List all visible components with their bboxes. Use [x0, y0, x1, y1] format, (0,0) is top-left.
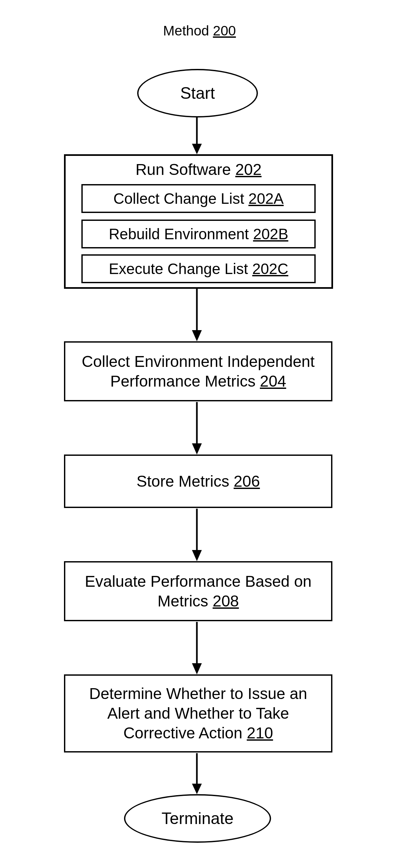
substep-202C-ref: 202C — [252, 261, 288, 276]
svg-marker-7 — [192, 550, 202, 561]
svg-marker-5 — [192, 443, 202, 455]
svg-marker-1 — [192, 144, 202, 154]
step-208-line1: Evaluate Performance Based on — [85, 572, 311, 591]
start-label: Start — [180, 84, 215, 103]
arrow-206-to-208 — [196, 509, 197, 561]
substep-202A: Collect Change List 202A — [81, 184, 316, 213]
step-208: Evaluate Performance Based on Metrics 20… — [64, 561, 332, 621]
svg-marker-9 — [192, 663, 202, 674]
arrow-210-to-terminate — [196, 753, 197, 794]
step-210: Determine Whether to Issue an Alert and … — [64, 674, 332, 752]
step-204-ref: 204 — [260, 372, 286, 390]
substep-202B: Rebuild Environment 202B — [81, 220, 316, 248]
step-210-line1: Determine Whether to Issue an — [89, 684, 307, 704]
flowchart-canvas: Method 200 Start Run Software 202 Collec… — [0, 0, 399, 868]
svg-marker-3 — [192, 330, 202, 341]
step-206: Store Metrics 206 — [64, 455, 332, 508]
substep-202B-label: Rebuild Environment — [109, 226, 249, 242]
step-206-ref: 206 — [234, 472, 260, 490]
terminate-node: Terminate — [124, 794, 271, 843]
substep-202B-ref: 202B — [253, 226, 288, 242]
title-ref: 200 — [213, 23, 236, 38]
terminate-label: Terminate — [161, 809, 234, 828]
svg-marker-11 — [192, 784, 202, 794]
step-210-line3: Corrective Action 210 — [123, 723, 273, 743]
step-202-label: Run Software — [135, 161, 235, 178]
arrow-204-to-206 — [196, 402, 197, 455]
step-202-group: Run Software 202 Collect Change List 202… — [64, 154, 333, 289]
substep-202A-ref: 202A — [248, 191, 283, 206]
step-202-title: Run Software 202 — [66, 160, 331, 179]
arrow-202-to-204 — [196, 289, 197, 341]
step-204-line1: Collect Environment Independent — [82, 352, 315, 371]
step-208-line2: Metrics 208 — [157, 591, 239, 611]
step-206-line: Store Metrics 206 — [136, 472, 260, 491]
step-210-ref: 210 — [247, 724, 273, 742]
diagram-title: Method 200 — [0, 23, 399, 39]
start-node: Start — [137, 69, 258, 118]
title-text: Method — [163, 23, 213, 38]
step-204-line2: Performance Metrics 204 — [110, 371, 286, 391]
step-204: Collect Environment Independent Performa… — [64, 341, 332, 401]
substep-202C: Execute Change List 202C — [81, 254, 316, 283]
step-210-line2: Alert and Whether to Take — [107, 704, 289, 723]
substep-202C-label: Execute Change List — [109, 261, 248, 276]
arrow-208-to-210 — [196, 622, 197, 674]
substep-202A-label: Collect Change List — [113, 191, 244, 206]
step-208-ref: 208 — [213, 592, 239, 610]
step-202-ref: 202 — [235, 161, 262, 178]
arrow-start-to-202 — [196, 116, 197, 154]
